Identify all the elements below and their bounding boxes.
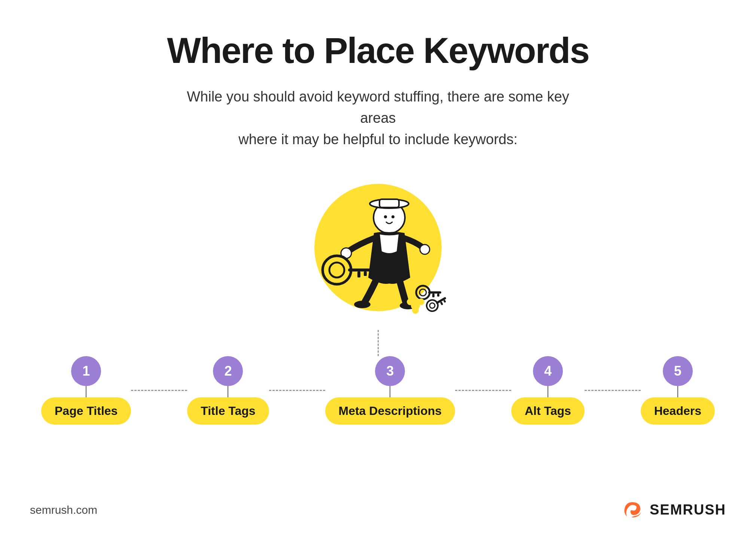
svg-point-10 [329, 263, 344, 277]
timeline-item-1: 1 Page Titles [41, 356, 131, 425]
person-keys-illustration [299, 173, 457, 330]
timeline-item-5: 5 Headers [641, 356, 715, 425]
svg-point-3 [384, 215, 387, 218]
timeline-item-3: 3 Meta Descriptions [325, 356, 455, 425]
svg-rect-11 [348, 268, 378, 271]
semrush-icon [623, 501, 644, 518]
illustration [299, 173, 457, 330]
dashed-line-3-4 [455, 390, 511, 391]
svg-point-15 [416, 286, 430, 299]
number-bubble-5: 5 [663, 356, 693, 386]
number-bubble-2: 2 [213, 356, 243, 386]
label-pill-2: Title Tags [187, 397, 269, 425]
connector-1 [86, 386, 86, 397]
label-pill-1: Page Titles [41, 397, 131, 425]
svg-point-16 [420, 289, 426, 296]
svg-point-4 [391, 215, 394, 218]
svg-point-29 [412, 307, 419, 314]
page-container: Where to Place Keywords While you should… [0, 0, 756, 537]
page-title: Where to Place Keywords [167, 30, 589, 71]
connector-2 [228, 386, 228, 397]
semrush-logo: SEMRUSH [623, 501, 726, 518]
svg-rect-12 [357, 271, 360, 277]
number-bubble-4: 4 [533, 356, 563, 386]
svg-rect-19 [437, 294, 439, 297]
svg-rect-14 [371, 271, 374, 278]
number-bubble-3: 3 [375, 356, 405, 386]
label-pill-5: Headers [641, 397, 715, 425]
label-pill-4: Alt Tags [511, 397, 585, 425]
vertical-connector [378, 330, 379, 356]
subtitle: While you should avoid keyword stuffing,… [172, 86, 584, 150]
timeline-item-2: 2 Title Tags [187, 356, 269, 425]
svg-point-28 [412, 297, 419, 304]
connector-4 [548, 386, 548, 397]
semrush-brand-text: SEMRUSH [650, 502, 726, 518]
label-pill-3: Meta Descriptions [325, 397, 455, 425]
dashed-line-2-3 [269, 390, 325, 391]
svg-point-7 [354, 301, 371, 308]
timeline-item-4: 4 Alt Tags [511, 356, 585, 425]
svg-point-20 [425, 298, 440, 313]
svg-rect-18 [432, 294, 435, 297]
svg-point-21 [429, 302, 436, 309]
dashed-line-1-2 [131, 390, 187, 391]
timeline-section: 1 Page Titles 2 Title Tags 3 [37, 356, 719, 425]
dashed-line-4-5 [585, 390, 641, 391]
footer-url: semrush.com [30, 504, 97, 516]
svg-point-9 [323, 256, 351, 284]
footer: semrush.com SEMRUSH [30, 501, 726, 518]
svg-point-6 [420, 245, 430, 254]
timeline-row: 1 Page Titles 2 Title Tags 3 [41, 356, 715, 425]
connector-5 [677, 386, 678, 397]
svg-rect-2 [379, 199, 399, 207]
number-bubble-1: 1 [71, 356, 101, 386]
svg-rect-17 [428, 291, 441, 294]
svg-rect-13 [364, 271, 367, 276]
svg-point-27 [418, 298, 424, 305]
connector-3 [390, 386, 390, 397]
